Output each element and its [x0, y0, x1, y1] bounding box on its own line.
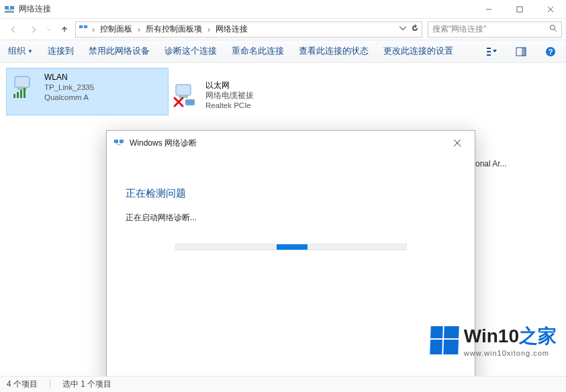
adapter-name: 以太网: [205, 81, 254, 91]
svg-rect-24: [176, 85, 191, 95]
ethernet-adapter-icon: [172, 81, 200, 109]
status-bar: 4 个项目 选中 1 个项目: [0, 376, 566, 392]
close-button[interactable]: [535, 0, 566, 19]
svg-rect-11: [487, 48, 491, 49]
minimize-button[interactable]: [473, 0, 504, 19]
progress-bar: [175, 244, 407, 250]
svg-rect-28: [185, 99, 195, 105]
preview-pane-icon[interactable]: [514, 44, 528, 59]
refresh-icon[interactable]: [411, 24, 419, 34]
dialog-heading: 正在检测问题: [126, 187, 456, 200]
breadcrumb-separator: ›: [91, 25, 96, 34]
svg-rect-29: [114, 140, 118, 143]
content-area: WLAN TP_Link_2335 Qualcomm A 以太网 网络电缆被拔 …: [0, 63, 566, 376]
item-count: 4 个项目: [7, 379, 38, 390]
title-bar: 网络连接: [0, 0, 566, 19]
progress-indicator: [277, 244, 308, 250]
adapter-device: Realtek PCIe: [205, 101, 254, 111]
view-options-icon[interactable]: [484, 44, 499, 59]
toolbar-disable[interactable]: 禁用此网络设备: [89, 46, 150, 57]
svg-rect-8: [84, 26, 87, 28]
toolbar-rename[interactable]: 重命名此连接: [232, 46, 284, 57]
diagnostics-dialog: Windows 网络诊断 正在检测问题 正在启动网络诊断...: [106, 130, 475, 392]
help-icon[interactable]: ?: [543, 44, 558, 59]
forward-button[interactable]: [24, 20, 43, 39]
svg-point-9: [551, 26, 555, 30]
up-button[interactable]: [55, 20, 74, 39]
svg-rect-18: [15, 77, 30, 87]
svg-rect-23: [23, 88, 26, 98]
watermark-url: www.win10xitong.com: [464, 349, 557, 357]
adapter-item-ethernet[interactable]: 以太网 网络电缆被拔 Realtek PCIe: [168, 77, 329, 115]
adapter-name: WLAN: [44, 72, 94, 83]
maximize-button[interactable]: [504, 0, 535, 19]
adapter-device: Qualcomm A: [44, 93, 94, 103]
history-dropdown[interactable]: [44, 27, 54, 32]
selection-count: 选中 1 个项目: [62, 379, 111, 390]
breadcrumb-item[interactable]: 所有控制面板项: [144, 23, 203, 35]
diagnostics-icon: [113, 138, 124, 148]
svg-rect-4: [517, 7, 522, 12]
search-input[interactable]: 搜索"网络连接": [428, 21, 562, 38]
dialog-status-text: 正在启动网络诊断...: [126, 212, 456, 224]
app-icon: [4, 4, 15, 15]
toolbar-connect-to[interactable]: 连接到: [48, 46, 74, 57]
toolbar-settings[interactable]: 更改此连接的设置: [383, 46, 453, 57]
windows-logo-icon: [430, 326, 459, 354]
chevron-down-icon: ▼: [28, 48, 33, 54]
svg-rect-15: [522, 48, 526, 56]
toolbar-organize[interactable]: 组织▼: [8, 46, 33, 57]
search-icon: [549, 24, 557, 34]
dialog-close-button[interactable]: [446, 134, 468, 152]
adapter-item-wlan[interactable]: WLAN TP_Link_2335 Qualcomm A: [7, 68, 168, 115]
dialog-title-bar[interactable]: Windows 网络诊断: [107, 131, 475, 155]
adapter-ssid: TP_Link_2335: [44, 83, 94, 93]
wifi-adapter-icon: [11, 72, 39, 101]
back-button[interactable]: [4, 20, 23, 39]
dialog-title: Windows 网络诊断: [130, 138, 446, 149]
watermark: Win10之家 www.win10xitong.com: [430, 324, 557, 357]
toolbar-diagnose[interactable]: 诊断这个连接: [164, 46, 217, 57]
truncated-text: onal Ar...: [475, 159, 507, 168]
svg-rect-22: [20, 90, 22, 98]
svg-text:?: ?: [549, 48, 553, 56]
adapter-status: 网络电缆被拔: [205, 91, 254, 101]
address-bar[interactable]: › 控制面板 › 所有控制面板项 › 网络连接: [75, 21, 422, 38]
breadcrumb-item[interactable]: 网络连接: [214, 23, 249, 35]
window-title: 网络连接: [19, 3, 51, 15]
svg-rect-2: [5, 11, 14, 13]
svg-rect-30: [120, 140, 124, 143]
search-placeholder: 搜索"网络连接": [432, 23, 549, 35]
toolbar-status[interactable]: 查看此连接的状态: [299, 46, 369, 57]
svg-rect-1: [10, 6, 14, 9]
svg-rect-13: [487, 54, 491, 56]
svg-rect-21: [17, 92, 19, 98]
svg-rect-7: [79, 26, 83, 28]
location-icon: [79, 23, 88, 35]
nav-bar: › 控制面板 › 所有控制面板项 › 网络连接 搜索"网络连接": [0, 19, 566, 40]
svg-rect-0: [5, 6, 9, 9]
svg-rect-20: [13, 94, 15, 98]
svg-line-10: [555, 30, 557, 32]
svg-rect-12: [487, 51, 491, 52]
command-bar: 组织▼ 连接到 禁用此网络设备 诊断这个连接 重命名此连接 查看此连接的状态 更…: [0, 40, 566, 63]
address-dropdown-icon[interactable]: [399, 24, 407, 34]
breadcrumb-item[interactable]: 控制面板: [99, 23, 134, 35]
watermark-brand: Win10: [464, 326, 519, 346]
